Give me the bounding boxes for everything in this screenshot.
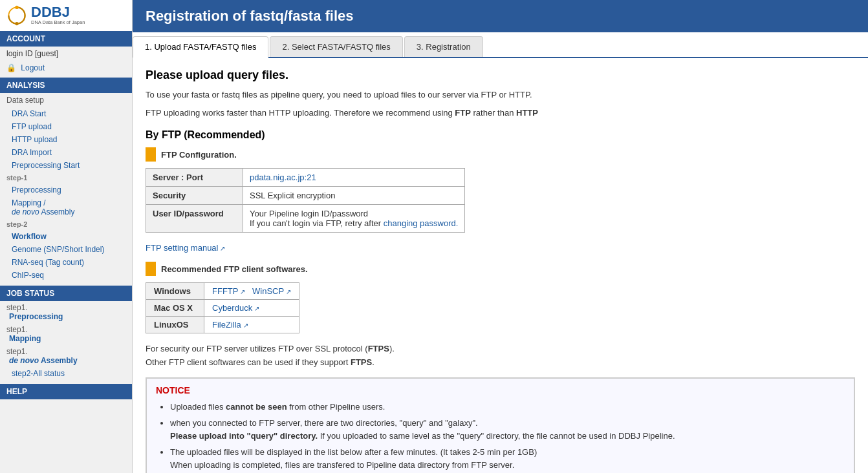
ffftp-link[interactable]: FFFTP (212, 286, 245, 296)
client-windows-row: Windows FFFTP WinSCP (146, 283, 299, 300)
job-item-mapping[interactable]: step1. Mapping (0, 323, 132, 345)
step2-label: step-2 (0, 218, 132, 230)
ftp-config-table: Server : Port pdata.nig.ac.jp:21 Securit… (146, 168, 465, 233)
ddbj-logo: DDBJ DNA Data Bank of Japan (5, 4, 85, 27)
sidebar-item-genome[interactable]: Genome (SNP/Short Indel) (0, 243, 132, 256)
logo-subtitle: DNA Data Bank of Japan (31, 19, 85, 26)
config-userid-value: Your Pipeline login ID/password If you c… (243, 205, 465, 233)
client-linux-label: LinuxOS (146, 317, 204, 333)
page-title: Registration of fastq/fasta files (133, 0, 868, 32)
notice-item-3: The uploaded files will be displayed in … (170, 446, 845, 473)
ftp-section-title: By FTP (Recommended) (146, 129, 855, 141)
svg-point-1 (15, 6, 18, 9)
ddbj-spiral-icon (5, 4, 28, 27)
client-windows-links: FFFTP WinSCP (204, 283, 299, 300)
winscp-link[interactable]: WinSCP (252, 286, 291, 296)
config-security-row: Security SSL Explicit encryption (146, 187, 465, 205)
filezilla-link[interactable]: FileZilla (212, 320, 248, 330)
cyberduck-link[interactable]: Cyberduck (212, 303, 259, 313)
step1-label: step-1 (0, 172, 132, 184)
help-section-header: HELP (0, 384, 132, 399)
tab-registration[interactable]: 3. Registration (404, 36, 483, 57)
server-link[interactable]: pdata.nig.ac.jp:21 (250, 173, 316, 182)
client-linux-row: LinuxOS FileZilla (146, 317, 299, 333)
logout-icon: 🔒 (6, 63, 16, 72)
config-server-value: pdata.nig.ac.jp:21 (243, 169, 465, 187)
sidebar-item-chip-seq[interactable]: ChIP-seq (0, 269, 132, 282)
client-macosx-row: Mac OS X Cyberduck (146, 300, 299, 317)
notice-heading: NOTICE (156, 385, 845, 395)
upload-desc1: To use your fasta or fastq files as pipe… (146, 89, 855, 101)
sidebar-item-mapping[interactable]: Mapping /de novo Assembly (0, 196, 132, 218)
ftp-config-header: FTP Configuration. (146, 147, 855, 162)
notice-list: Uploaded files cannot be seen from other… (156, 401, 845, 473)
tabs-bar: 1. Upload FASTA/FASTQ files 2. Select FA… (133, 32, 868, 58)
main-content: Registration of fastq/fasta files 1. Upl… (133, 0, 868, 473)
tab-upload[interactable]: 1. Upload FASTA/FASTQ files (133, 36, 268, 58)
ftp-clients-table: Windows FFFTP WinSCP Mac OS X Cyberduck … (146, 282, 299, 333)
account-section-header: ACCOUNT (0, 31, 132, 47)
data-setup-label: Data setup (0, 93, 132, 107)
client-macosx-label: Mac OS X (146, 300, 204, 317)
sidebar-item-workflow[interactable]: Workflow (0, 230, 132, 243)
logout-link[interactable]: Logout (21, 63, 45, 72)
config-server-label: Server : Port (146, 169, 243, 187)
config-userid-row: User ID/password Your Pipeline login ID/… (146, 205, 465, 233)
sidebar-item-step2-all[interactable]: step2-All status (0, 367, 132, 380)
upload-heading: Please upload query files. (146, 68, 855, 82)
sidebar-item-http-upload[interactable]: HTTP upload (0, 133, 132, 146)
ftp-config-heading: FTP Configuration. (161, 150, 237, 160)
sidebar: DDBJ DNA Data Bank of Japan ACCOUNT logi… (0, 0, 133, 473)
svg-point-2 (15, 22, 18, 25)
recommended-clients-icon (146, 262, 156, 276)
logo-text-group: DDBJ DNA Data Bank of Japan (31, 5, 85, 26)
job-item-preprocessing[interactable]: step1. Preprocessing (0, 301, 132, 323)
ftps-note: For security our FTP server utilizes FTP… (146, 342, 855, 370)
sidebar-logout-item[interactable]: 🔒 Logout (0, 61, 132, 75)
config-userid-label: User ID/password (146, 205, 243, 233)
sidebar-item-preprocessing-start[interactable]: Preprocessing Start (0, 159, 132, 172)
analysis-section-header: ANALYSIS (0, 78, 132, 93)
logo-name: DDBJ (31, 5, 85, 19)
sidebar-item-rna-seq[interactable]: RNA-seq (Tag count) (0, 256, 132, 269)
ftp-manual-link-container: FTP setting manual (146, 239, 855, 262)
config-server-row: Server : Port pdata.nig.ac.jp:21 (146, 169, 465, 187)
sidebar-item-dra-start[interactable]: DRA Start (0, 107, 132, 120)
sidebar-item-ftp-upload[interactable]: FTP upload (0, 120, 132, 133)
notice-item-2: when you connected to FTP server, there … (170, 417, 845, 442)
notice-item-1: Uploaded files cannot be seen from other… (170, 401, 845, 414)
ftp-config-icon (146, 147, 156, 162)
content-area: Please upload query files. To use your f… (133, 58, 868, 473)
job-status-section-header: JOB STATUS (0, 286, 132, 301)
config-security-value: SSL Explicit encryption (243, 187, 465, 205)
client-linux-links: FileZilla (204, 317, 299, 333)
client-macosx-links: Cyberduck (204, 300, 299, 317)
logo-section: DDBJ DNA Data Bank of Japan (0, 0, 132, 31)
sidebar-item-preprocessing[interactable]: Preprocessing (0, 184, 132, 196)
config-security-label: Security (146, 187, 243, 205)
notice-panel: NOTICE Uploaded files cannot be seen fro… (146, 377, 855, 473)
ftp-manual-link[interactable]: FTP setting manual (146, 243, 225, 253)
sidebar-item-dra-import[interactable]: DRA Import (0, 146, 132, 159)
upload-desc2: FTP uploading works faster than HTTP upl… (146, 107, 855, 120)
changing-password-link[interactable]: changing password. (384, 218, 459, 228)
tab-select[interactable]: 2. Select FASTA/FASTQ files (270, 36, 402, 57)
sidebar-login-id: login ID [guest] (0, 47, 132, 61)
recommended-clients-header: Recommended FTP client softwares. (146, 262, 855, 276)
client-windows-label: Windows (146, 283, 204, 300)
recommended-clients-heading: Recommended FTP client softwares. (161, 264, 308, 274)
job-item-denovo[interactable]: step1. de novo Assembly (0, 345, 132, 367)
